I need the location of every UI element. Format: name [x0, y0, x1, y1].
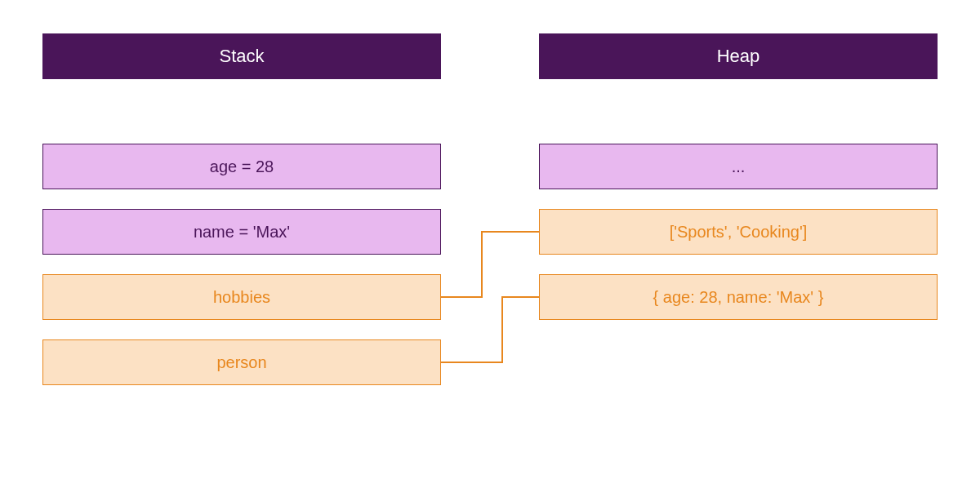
heap-header: Heap: [539, 33, 938, 79]
stack-item-person: person: [42, 339, 441, 385]
stack-header: Stack: [42, 33, 441, 79]
connector-hobbies-to-array: [441, 232, 539, 297]
heap-item-ellipsis: ...: [539, 144, 938, 189]
stack-item-hobbies: hobbies: [42, 274, 441, 320]
stack-item-age: age = 28: [42, 144, 441, 189]
heap-item-array: ['Sports', 'Cooking']: [539, 209, 938, 255]
connector-person-to-object: [441, 297, 539, 362]
stack-item-name: name = 'Max': [42, 209, 441, 255]
heap-item-object: { age: 28, name: 'Max' }: [539, 274, 938, 320]
